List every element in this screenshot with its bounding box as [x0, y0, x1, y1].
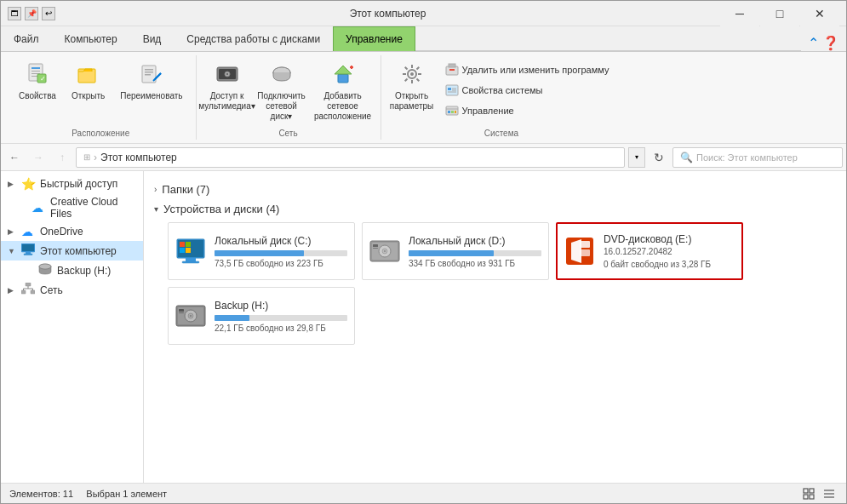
- sys-properties-label: Свойства системы: [462, 85, 543, 95]
- address-input[interactable]: ⊞ › Этот компьютер: [76, 147, 625, 168]
- network-icon: [21, 283, 37, 297]
- search-box[interactable]: 🔍 Поиск: Этот компьютер: [672, 147, 843, 168]
- maximize-button[interactable]: □: [760, 1, 799, 26]
- status-left: Элементов: 11 Выбран 1 элемент: [9, 489, 167, 499]
- drive-c-bar-fill: [215, 250, 304, 256]
- svg-rect-44: [448, 111, 450, 113]
- network-group-label: Сеть: [278, 129, 297, 140]
- svg-line-30: [404, 67, 407, 70]
- svg-line-31: [416, 79, 419, 82]
- sidebar-item-onedrive[interactable]: ▶ ☁ OneDrive: [1, 222, 143, 241]
- status-bar: Элементов: 11 Выбран 1 элемент: [1, 483, 846, 503]
- open-button[interactable]: Открыть: [66, 59, 111, 104]
- pin-btn[interactable]: 📌: [25, 7, 38, 20]
- tab-view[interactable]: Вид: [130, 26, 175, 51]
- sidebar-item-backup-h[interactable]: Backup (H:): [1, 261, 143, 280]
- creative-cloud-icon: ☁: [31, 201, 47, 215]
- properties-button[interactable]: ✓ Свойства: [13, 59, 62, 104]
- svg-rect-86: [810, 489, 814, 493]
- properties-label: Свойства: [19, 91, 56, 100]
- tab-upravlenie[interactable]: Управление: [333, 26, 415, 51]
- quick-access-icon: ⭐: [21, 177, 37, 191]
- open-settings-label: Открытьпараметры: [390, 91, 434, 112]
- drive-d[interactable]: Локальный диск (D:) 334 ГБ свободно из 9…: [362, 222, 549, 280]
- drive-c-size: 73,5 ГБ свободно из 223 ГБ: [215, 259, 347, 268]
- rename-button[interactable]: Переименовать: [114, 59, 188, 104]
- folders-chevron-icon: ›: [154, 185, 157, 194]
- content-area: › Папки (7) ▾ Устройства и диски (4): [144, 171, 846, 483]
- properties-icon: ✓: [26, 62, 49, 89]
- media-access-icon: [215, 62, 239, 89]
- close-button[interactable]: ✕: [800, 1, 839, 26]
- svg-marker-21: [335, 66, 352, 74]
- sidebar-label-backup-h: Backup (H:): [57, 265, 136, 277]
- undo-btn[interactable]: ↩: [42, 7, 55, 20]
- tab-computer[interactable]: Компьютер: [52, 26, 130, 51]
- grid-view-button[interactable]: [800, 485, 817, 502]
- uninstall-button[interactable]: Удалить или изменить программу: [439, 60, 615, 79]
- management-label: Управление: [462, 106, 514, 116]
- sidebar-label-onedrive: OneDrive: [40, 226, 136, 238]
- svg-rect-77: [580, 249, 590, 256]
- list-view-button[interactable]: [821, 485, 838, 502]
- address-bar: ← → ↑ ⊞ › Этот компьютер ▾ ↻ 🔍 Поиск: Эт…: [1, 144, 846, 171]
- sys-properties-button[interactable]: Свойства системы: [439, 81, 615, 100]
- sidebar-item-network[interactable]: ▶ Сеть: [1, 280, 143, 300]
- svg-rect-45: [451, 111, 454, 113]
- sys-properties-icon: [445, 83, 459, 97]
- drive-h-bar-bg: [215, 315, 347, 321]
- ribbon-tabs: Файл Компьютер Вид Средства работы с дис…: [1, 26, 846, 52]
- search-icon: 🔍: [680, 152, 693, 163]
- drive-h-info: Backup (H:) 22,1 ГБ свободно из 29,8 ГБ: [215, 300, 347, 333]
- back-button[interactable]: ←: [4, 147, 25, 168]
- address-path: Этот компьютер: [100, 152, 177, 163]
- drive-e[interactable]: DVD-дисковод (E:) 16.0.12527.20482 0 бай…: [556, 222, 743, 280]
- up-button[interactable]: ↑: [52, 147, 72, 168]
- forward-button[interactable]: →: [28, 147, 49, 168]
- svg-point-25: [410, 72, 414, 76]
- drive-c[interactable]: Локальный диск (C:) 73,5 ГБ свободно из …: [168, 222, 355, 280]
- sidebar-item-quick-access[interactable]: ▶ ⭐ Быстрый доступ: [1, 175, 143, 193]
- window-menu-btn[interactable]: 🗔: [8, 7, 21, 20]
- drive-h[interactable]: Backup (H:) 22,1 ГБ свободно из 29,8 ГБ: [168, 287, 355, 345]
- media-access-button[interactable]: Доступ кмультимедиа▾: [203, 59, 251, 115]
- refresh-button[interactable]: ↻: [649, 147, 669, 168]
- onedrive-icon: ☁: [21, 225, 37, 238]
- address-dropdown[interactable]: ▾: [628, 147, 645, 168]
- svg-line-33: [404, 79, 407, 82]
- drive-h-size: 22,1 ГБ свободно из 29,8 ГБ: [215, 324, 347, 333]
- sidebar-label-creative-cloud: Creative Cloud Files: [50, 196, 136, 220]
- open-settings-button[interactable]: Открытьпараметры: [388, 59, 436, 115]
- management-button[interactable]: Управление: [439, 101, 615, 120]
- drive-c-bar-bg: [215, 250, 347, 256]
- svg-point-82: [190, 315, 192, 317]
- tab-file[interactable]: Файл: [1, 26, 52, 51]
- devices-section-header[interactable]: ▾ Устройства и диски (4): [154, 203, 836, 215]
- folders-section-header[interactable]: › Папки (7): [154, 183, 836, 196]
- drive-h-bar-fill: [215, 315, 249, 321]
- svg-rect-53: [26, 283, 31, 286]
- search-placeholder: Поиск: Этот компьютер: [696, 152, 798, 163]
- svg-rect-85: [804, 489, 808, 493]
- svg-text:✓: ✓: [40, 75, 46, 83]
- map-drive-button[interactable]: Подключитьсетевой диск▾: [255, 59, 309, 125]
- svg-rect-83: [179, 309, 184, 312]
- sidebar-item-this-computer[interactable]: ▼ Этот компьютер: [1, 241, 143, 261]
- drive-e-size: 0 байт свободно из 3,28 ГБ: [604, 260, 735, 269]
- chevron-right-icon3: ▶: [8, 286, 18, 295]
- svg-rect-67: [186, 248, 191, 253]
- minimize-button[interactable]: ─: [720, 1, 759, 26]
- ribbon-group-system-items: Открытьпараметры Удалить или изменить пр…: [388, 55, 615, 129]
- help-icon[interactable]: ❓: [822, 35, 839, 51]
- ribbon: Файл Компьютер Вид Средства работы с дис…: [1, 26, 846, 144]
- this-computer-icon: [21, 243, 37, 258]
- window-title: Этот компьютер: [55, 8, 720, 20]
- sidebar-item-creative-cloud[interactable]: ☁ Creative Cloud Files: [1, 193, 143, 222]
- tab-disk-tools[interactable]: Средства работы с дисками: [174, 26, 333, 51]
- drive-d-icon-wrap: [369, 236, 400, 266]
- selected-count: Выбран 1 элемент: [86, 489, 167, 499]
- drive-e-name-line1: DVD-дисковод (E:): [604, 233, 735, 245]
- svg-rect-50: [24, 254, 32, 255]
- windows-logo-icon: [175, 236, 206, 266]
- add-network-button[interactable]: Добавить сетевоерасположение: [312, 59, 374, 125]
